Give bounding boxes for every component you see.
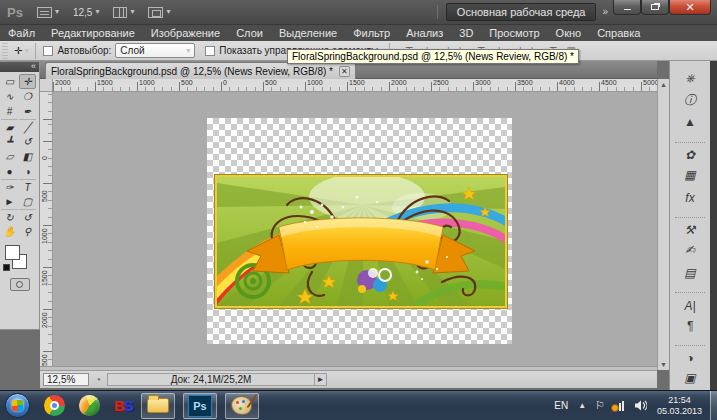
menu-item[interactable]: Редактирование — [43, 25, 143, 41]
zoom-level-control[interactable]: 12,5 ▾ — [73, 7, 99, 18]
menu-item[interactable]: 3D — [451, 25, 481, 41]
screen-mode-control[interactable]: ▾ — [148, 7, 170, 18]
move-tool[interactable]: ✛ — [19, 74, 36, 89]
show-transform-controls-checkbox[interactable] — [205, 46, 215, 56]
history-brush-tool[interactable]: ↺ — [19, 134, 36, 149]
move-tool-icon: ✛ — [14, 45, 22, 56]
foreground-color-swatch[interactable] — [5, 245, 20, 260]
arrange-documents-control[interactable]: ▾ — [113, 7, 134, 18]
rectangular-marquee-tool[interactable]: ▭ — [1, 74, 18, 89]
status-zoom-field[interactable]: 12,5% — [43, 373, 89, 386]
eraser-tool[interactable]: ▱ — [1, 149, 18, 164]
healing-brush-tool[interactable]: ▰ — [1, 119, 18, 134]
menu-item[interactable]: Выделение — [271, 25, 345, 41]
menu-item[interactable]: Изображение — [143, 25, 228, 41]
clock-time: 21:54 — [657, 395, 702, 406]
blur-tool[interactable]: ● — [1, 164, 18, 179]
path-selection-tool[interactable]: ► — [1, 194, 18, 209]
taskbar-explorer[interactable] — [141, 393, 175, 419]
collapse-panel-button[interactable]: « — [31, 61, 36, 71]
menu-item[interactable]: Анализ — [398, 25, 451, 41]
brush-tool[interactable]: ╱ — [19, 119, 36, 134]
status-flyout-button[interactable]: ► — [315, 373, 327, 386]
hidden-icons-button[interactable]: ▲ — [578, 401, 586, 410]
gradient-tool[interactable]: ◧ — [19, 149, 36, 164]
close-button[interactable]: ✕ — [669, 0, 711, 15]
ruler-label: 0 — [221, 79, 263, 86]
workspace-overflow-chevron[interactable]: » — [602, 6, 607, 17]
styles-panel-icon[interactable]: fx — [675, 187, 705, 208]
vertical-scrollbar[interactable]: ▲ ▼ — [657, 79, 669, 370]
document-tab[interactable]: FloralSpringBackground.psd @ 12,5% (News… — [45, 62, 356, 79]
adjustments-panel-icon[interactable]: ⚒ — [675, 217, 705, 238]
tool-icon: ✋ — [3, 226, 15, 237]
menu-item[interactable]: Окно — [548, 25, 590, 41]
pen-tool[interactable]: ✑ — [1, 179, 18, 194]
curves-panel-icon[interactable]: ◑ — [675, 345, 705, 366]
quick-selection-tool[interactable]: ❍ — [19, 89, 36, 104]
taskbar-chrome[interactable] — [44, 395, 65, 416]
menu-item[interactable]: Слои — [228, 25, 271, 41]
view-extras-control[interactable]: ▾ — [37, 7, 59, 18]
swatches-panel-icon[interactable]: ▦ — [675, 165, 705, 186]
show-desktop-button[interactable] — [710, 391, 717, 420]
hand-tool[interactable]: ✋ — [1, 224, 18, 239]
language-indicator[interactable]: EN — [554, 400, 568, 411]
clone-stamp-tool[interactable]: ┻ — [1, 134, 18, 149]
auto-select-checkbox[interactable] — [43, 46, 53, 56]
workspace-button[interactable]: Основная рабочая среда — [446, 3, 597, 21]
auto-select-dropdown[interactable]: Слой ▾ — [115, 43, 195, 58]
clone-source-panel-icon[interactable]: ✍ — [675, 240, 705, 261]
start-button[interactable] — [5, 393, 30, 418]
dodge-tool[interactable]: ◑ — [19, 164, 36, 179]
taskbar-photoshop[interactable]: Ps — [183, 393, 217, 419]
vertical-ruler-labels: 05001000150020002500 — [40, 118, 50, 366]
taskbar-bs-app[interactable]: BS — [114, 397, 133, 414]
clock[interactable]: 21:54 05.03.2013 — [657, 395, 702, 417]
volume-icon[interactable] — [634, 400, 647, 411]
menu-item[interactable]: Справка — [589, 25, 648, 41]
current-tool-preset[interactable]: ✛ ▾ — [14, 45, 28, 56]
taskbar-sphere-app[interactable] — [79, 395, 100, 416]
navigator-panel-icon[interactable]: ⎈ — [675, 67, 705, 88]
panel-glyph: ◑ — [686, 351, 693, 365]
shape-tool[interactable]: ▢ — [19, 194, 36, 209]
ruler-label: 500 — [179, 79, 221, 86]
3d-orbit-tool[interactable]: ↺ — [19, 209, 36, 224]
action-center-icon[interactable]: ⚐ — [595, 399, 605, 412]
auto-select-value: Слой — [120, 45, 144, 56]
character-panel-icon[interactable]: A| — [675, 292, 705, 313]
options-grip[interactable] — [2, 43, 8, 59]
menu-item[interactable]: Просмотр — [481, 25, 547, 41]
color-panel-icon[interactable]: ✿ — [675, 142, 705, 163]
masks-panel-icon[interactable]: ▣ — [675, 368, 705, 389]
paragraph-panel-icon[interactable]: ¶ — [675, 315, 705, 336]
info-panel-icon[interactable]: ⓘ — [675, 89, 705, 110]
tool-icon: ✛ — [23, 76, 31, 87]
tab-close-button[interactable]: ✕ — [339, 66, 350, 77]
layer-comps-panel-icon[interactable]: ▤ — [675, 262, 705, 283]
ruler-origin-corner[interactable] — [40, 79, 53, 92]
default-colors-icon[interactable] — [3, 264, 10, 271]
scroll-up-icon[interactable]: ▲ — [658, 81, 669, 88]
zoom-tool[interactable]: ⚲ — [19, 224, 36, 239]
network-icon[interactable] — [613, 400, 626, 411]
histogram-panel-icon[interactable]: ▲ — [675, 112, 705, 133]
tool-icon: ▢ — [23, 196, 32, 207]
crop-tool[interactable]: # — [1, 104, 18, 119]
eyedropper-tool[interactable]: ✒ — [19, 104, 36, 119]
restore-button[interactable] — [641, 0, 669, 15]
chevron-down-icon: ▾ — [24, 47, 28, 55]
menu-item[interactable]: Фильтр — [345, 25, 398, 41]
minimize-button[interactable] — [613, 0, 641, 15]
separator — [437, 5, 438, 19]
menu-item[interactable]: Файл — [0, 25, 43, 41]
3d-rotate-tool[interactable]: ↻ — [1, 209, 18, 224]
scroll-down-icon[interactable]: ▼ — [658, 361, 669, 368]
type-tool[interactable]: T — [19, 179, 36, 194]
taskbar-paint-app[interactable] — [225, 393, 259, 419]
lasso-tool[interactable]: ∿ — [1, 89, 18, 104]
clock-date: 05.03.2013 — [657, 406, 702, 417]
dock-edge-strip — [710, 61, 717, 390]
quick-mask-button[interactable] — [10, 278, 30, 291]
